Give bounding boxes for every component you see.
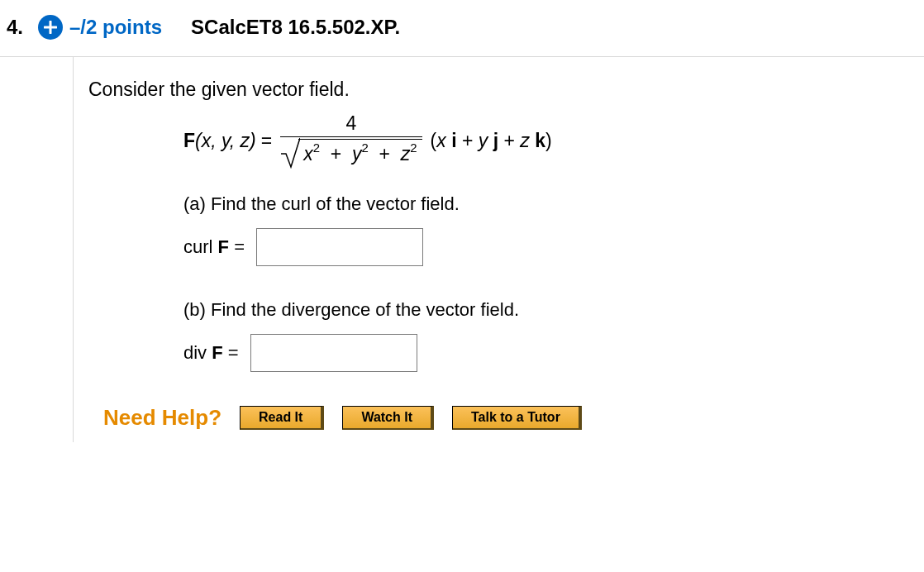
div-label: div F = <box>183 342 239 364</box>
question-header: 4. –/2 points SCalcET8 16.5.502.XP. <box>0 0 924 57</box>
need-help-label: Need Help? <box>103 405 221 431</box>
part-b-text: (b) Find the divergence of the vector fi… <box>183 299 924 321</box>
vector-field-equation: F(x, y, z) = 4 x2 + y2 + z2 <box>183 112 924 169</box>
part-b: (b) Find the divergence of the vector fi… <box>183 299 924 372</box>
div-answer-input[interactable] <box>250 334 417 372</box>
curl-label: curl F = <box>183 236 245 258</box>
curl-answer-input[interactable] <box>256 228 423 266</box>
need-help-row: Need Help? Read It Watch It Talk to a Tu… <box>88 405 924 431</box>
talk-to-tutor-button[interactable]: Talk to a Tutor <box>452 406 582 430</box>
question-number: 4. <box>7 16 23 39</box>
part-a-text: (a) Find the curl of the vector field. <box>183 193 924 215</box>
watch-it-button[interactable]: Watch It <box>342 406 434 430</box>
question-prompt: Consider the given vector field. <box>88 79 924 101</box>
points-label[interactable]: –/2 points <box>69 16 162 39</box>
expand-icon[interactable] <box>38 15 63 40</box>
part-a: (a) Find the curl of the vector field. c… <box>183 193 924 266</box>
question-source: SCalcET8 16.5.502.XP. <box>191 16 400 39</box>
read-it-button[interactable]: Read It <box>240 406 324 430</box>
